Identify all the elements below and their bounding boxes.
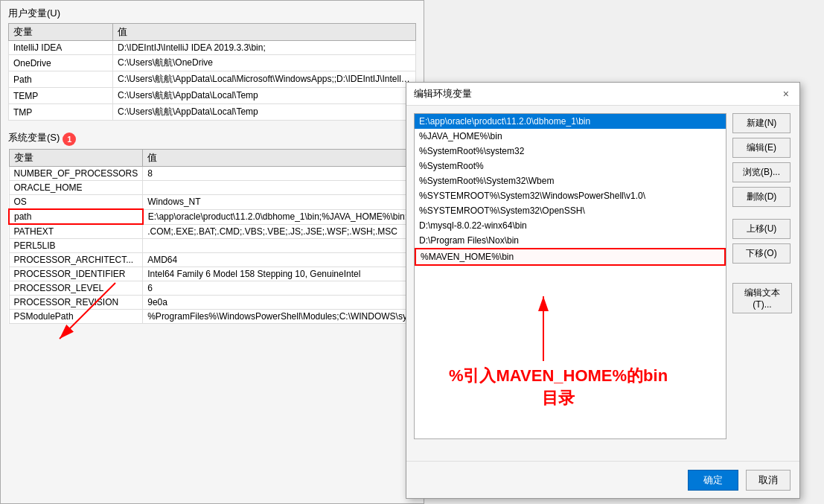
sys-var-row[interactable]: PROCESSOR_LEVEL6	[9, 281, 426, 296]
path-list-item[interactable]: %MAVEN_HOME%\bin	[415, 248, 726, 266]
sys-var-row[interactable]: PATHEXT.COM;.EXE;.BAT;.CMD;.VBS;.VBE;.JS…	[9, 224, 426, 239]
sys-var-name: PSModulePath	[9, 310, 143, 324]
user-var-row[interactable]: OneDriveC:\Users\航航\OneDrive	[9, 55, 416, 71]
sys-var-row[interactable]: PROCESSOR_REVISION9e0a	[9, 296, 426, 310]
sys-var-name: OS	[9, 195, 143, 210]
sys-var-name: PATHEXT	[9, 224, 143, 239]
sys-var-name: ORACLE_HOME	[9, 181, 143, 195]
sys-var-value: 8	[143, 167, 426, 181]
user-col-value: 值	[113, 24, 416, 41]
user-var-row[interactable]: PathC:\Users\航航\AppData\Local\Microsoft\…	[9, 71, 416, 88]
user-var-name: IntelliJ IDEA	[9, 41, 113, 55]
sys-var-value: .COM;.EXE;.BAT;.CMD;.VBS;.VBE;.JS;.JSE;.…	[143, 224, 426, 239]
sys-var-name: path	[9, 209, 143, 224]
path-list-item[interactable]: %JAVA_HOME%\bin	[415, 129, 726, 144]
new-button[interactable]: 新建(N)	[732, 113, 791, 133]
sys-var-value: AMD64	[143, 253, 426, 267]
dialog-close-button[interactable]: ×	[780, 88, 792, 100]
sys-var-value	[143, 181, 426, 195]
user-var-row[interactable]: TEMPC:\Users\航航\AppData\Local\Temp	[9, 88, 416, 104]
sys-vars-header: 系统变量(S) 1	[1, 127, 424, 149]
edit-env-dialog: 编辑环境变量 × E:\app\oracle\product\11.2.0\db…	[406, 82, 800, 499]
confirm-button[interactable]: 确定	[688, 470, 738, 491]
path-list-item[interactable]: E:\app\oracle\product\11.2.0\dbhome_1\bi…	[415, 114, 726, 129]
cancel-button[interactable]: 取消	[746, 470, 791, 491]
edit-button[interactable]: 编辑(E)	[732, 138, 791, 158]
sys-vars-table: 变量 值 NUMBER_OF_PROCESSORS8ORACLE_HOMEOSW…	[8, 149, 426, 324]
sys-var-row[interactable]: PROCESSOR_ARCHITECT...AMD64	[9, 253, 426, 267]
sys-var-row[interactable]: ORACLE_HOME	[9, 181, 426, 195]
sys-col-value: 值	[143, 150, 426, 167]
sys-var-name: PROCESSOR_IDENTIFIER	[9, 267, 143, 281]
path-list-item[interactable]: %SystemRoot%	[415, 159, 726, 173]
user-var-name: TEMP	[9, 88, 113, 104]
sys-var-row[interactable]: PSModulePath%ProgramFiles%\WindowsPowerS…	[9, 310, 426, 324]
sys-var-value	[143, 239, 426, 253]
dialog-bottom-buttons: 确定 取消	[406, 461, 799, 498]
user-var-name: OneDrive	[9, 55, 113, 71]
sys-var-value: E:\app\oracle\product\11.2.0\dbhome_1\bi…	[143, 209, 426, 224]
user-var-name: Path	[9, 71, 113, 88]
path-list-item[interactable]: %SystemRoot%\system32	[415, 144, 726, 159]
browse-button[interactable]: 浏览(B)...	[732, 162, 791, 182]
path-list-item[interactable]: D:\mysql-8.0.22-winx64\bin	[415, 218, 726, 233]
dialog-titlebar: 编辑环境变量 ×	[406, 83, 799, 106]
user-var-value: C:\Users\航航\AppData\Local\Temp	[113, 88, 416, 104]
sys-var-value: 9e0a	[143, 296, 426, 310]
user-vars-section: 用户变量(U) 变量 值 IntelliJ IDEAD:\IDEIntIJ\In…	[1, 1, 424, 127]
path-list-item[interactable]: %SystemRoot%\System32\Wbem	[415, 173, 726, 188]
env-vars-panel: 用户变量(U) 变量 值 IntelliJ IDEAD:\IDEIntIJ\In…	[0, 0, 424, 504]
user-var-row[interactable]: TMPC:\Users\航航\AppData\Local\Temp	[9, 104, 416, 121]
sys-var-value: Windows_NT	[143, 195, 426, 210]
user-vars-table: 变量 值 IntelliJ IDEAD:\IDEIntIJ\IntelliJ I…	[8, 23, 416, 121]
sys-var-row[interactable]: OSWindows_NT	[9, 195, 426, 210]
dialog-action-buttons: 新建(N) 编辑(E) 浏览(B)... 删除(D) 上移(U) 下移(O) 编…	[732, 113, 792, 439]
path-list-item[interactable]: %SYSTEMROOT%\System32\WindowsPowerShell\…	[415, 188, 726, 203]
path-list[interactable]: E:\app\oracle\product\11.2.0\dbhome_1\bi…	[414, 113, 726, 439]
user-var-value: D:\IDEIntIJ\IntelliJ IDEA 2019.3.3\bin;	[113, 41, 416, 55]
user-var-value: C:\Users\航航\AppData\Local\Temp	[113, 104, 416, 121]
sys-var-value: Intel64 Family 6 Model 158 Stepping 10, …	[143, 267, 426, 281]
sys-var-name: NUMBER_OF_PROCESSORS	[9, 167, 143, 181]
sys-var-name: PROCESSOR_ARCHITECT...	[9, 253, 143, 267]
dialog-body: E:\app\oracle\product\11.2.0\dbhome_1\bi…	[406, 106, 799, 447]
move-up-button[interactable]: 上移(U)	[732, 219, 791, 239]
sys-var-row[interactable]: PROCESSOR_IDENTIFIERIntel64 Family 6 Mod…	[9, 267, 426, 281]
user-var-value: C:\Users\航航\OneDrive	[113, 55, 416, 71]
move-down-button[interactable]: 下移(O)	[732, 243, 791, 264]
user-vars-title: 用户变量(U)	[8, 7, 416, 20]
delete-button[interactable]: 删除(D)	[732, 187, 791, 207]
sys-var-name: PROCESSOR_LEVEL	[9, 281, 143, 296]
sys-var-row[interactable]: NUMBER_OF_PROCESSORS8	[9, 167, 426, 181]
sys-var-name: PERL5LIB	[9, 239, 143, 253]
dialog-title: 编辑环境变量	[414, 87, 472, 101]
user-col-name: 变量	[9, 24, 113, 41]
sys-var-name: PROCESSOR_REVISION	[9, 296, 143, 310]
user-var-value: C:\Users\航航\AppData\Local\Microsoft\Wind…	[113, 71, 416, 88]
edit-text-button[interactable]: 编辑文本(T)...	[732, 283, 792, 313]
sys-var-row[interactable]: pathE:\app\oracle\product\11.2.0\dbhome_…	[9, 209, 426, 224]
user-var-name: TMP	[9, 104, 113, 121]
sys-var-value: 6	[143, 281, 426, 296]
user-var-row[interactable]: IntelliJ IDEAD:\IDEIntIJ\IntelliJ IDEA 2…	[9, 41, 416, 55]
sys-vars-section: 变量 值 NUMBER_OF_PROCESSORS8ORACLE_HOMEOSW…	[1, 149, 424, 330]
path-list-item[interactable]: D:\Program Files\Nox\bin	[415, 233, 726, 248]
sys-var-row[interactable]: PERL5LIB	[9, 239, 426, 253]
annotation-circle-1: 1	[63, 133, 76, 146]
path-list-item[interactable]: %SYSTEMROOT%\System32\OpenSSH\	[415, 203, 726, 218]
sys-var-value: %ProgramFiles%\WindowsPowerShell\Modules…	[143, 310, 426, 324]
sys-col-name: 变量	[9, 150, 143, 167]
sys-vars-title: 系统变量(S)	[8, 131, 60, 144]
